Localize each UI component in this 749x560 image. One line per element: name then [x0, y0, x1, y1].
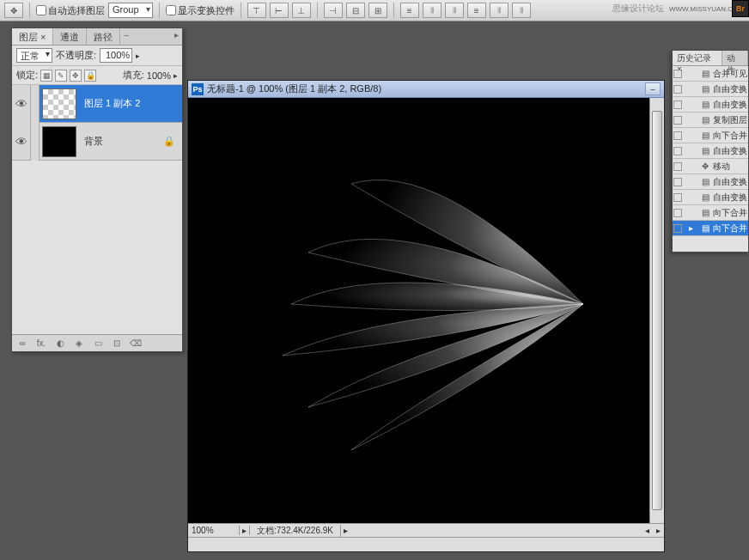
opacity-label: 不透明度: — [56, 49, 96, 62]
layer-name[interactable]: 背景 — [79, 135, 103, 148]
group-dropdown[interactable]: Group — [108, 3, 153, 18]
history-step-icon — [685, 115, 696, 125]
distribute-btn-5[interactable]: ⫴ — [490, 3, 508, 18]
align-btn-1[interactable]: ⊤ — [247, 3, 266, 18]
align-btn-2[interactable]: ⊢ — [270, 3, 289, 18]
history-snapshot-check[interactable] — [673, 162, 682, 171]
move-tool-icon[interactable]: ✥ — [4, 3, 23, 18]
lock-image-icon[interactable]: ✎ — [55, 70, 67, 82]
delete-layer-icon[interactable]: ⌫ — [128, 337, 143, 350]
history-action-icon: ▤ — [699, 207, 711, 219]
lock-position-icon[interactable]: ✥ — [70, 70, 82, 82]
visibility-eye-icon[interactable]: 👁 — [12, 85, 31, 123]
history-item-label: 自由变换 — [713, 83, 747, 95]
tab-channels[interactable]: 通道 — [53, 28, 87, 45]
opacity-input[interactable]: 100% — [100, 48, 132, 63]
show-transform-check[interactable] — [166, 5, 176, 15]
history-item[interactable]: ▤合并可见 — [673, 66, 748, 82]
layer-mask-icon[interactable]: ◐ — [52, 337, 68, 350]
link-layers-icon[interactable]: ∞ — [15, 337, 30, 350]
scrollbar-thumb[interactable] — [652, 111, 662, 510]
visibility-eye-icon[interactable]: 👁 — [12, 123, 31, 161]
auto-select-check[interactable] — [36, 5, 46, 15]
link-column[interactable] — [31, 123, 40, 161]
align-btn-3[interactable]: ⊥ — [292, 3, 311, 18]
history-item[interactable]: ▤自由变换 — [673, 174, 748, 190]
history-snapshot-check[interactable] — [673, 178, 682, 186]
window-minimize-icon[interactable]: – — [645, 82, 661, 95]
layer-name[interactable]: 图层 1 副本 2 — [79, 97, 140, 110]
history-step-icon — [685, 208, 696, 218]
history-action-icon: ▤ — [699, 192, 711, 204]
tab-actions[interactable]: 动作 — [722, 51, 748, 65]
panel-menu-icon[interactable]: ▸ — [171, 28, 182, 45]
history-snapshot-check[interactable] — [673, 116, 682, 125]
layer-row[interactable]: 👁 背景 🔒 — [12, 123, 182, 161]
history-item[interactable]: ▤向下合并 — [673, 128, 748, 143]
horizontal-scrollbar[interactable] — [188, 537, 664, 551]
link-column[interactable] — [31, 85, 40, 123]
history-item[interactable]: ▤自由变换 — [673, 82, 748, 97]
statusbar-arrow-icon[interactable]: ▸ — [240, 526, 250, 535]
layer-thumbnail[interactable] — [42, 88, 76, 119]
lock-transparency-icon[interactable]: ▦ — [40, 70, 52, 82]
history-item[interactable]: ▤向下合并 — [673, 205, 748, 221]
layer-thumbnail[interactable] — [42, 126, 76, 157]
document-titlebar[interactable]: Ps 无标题-1 @ 100% (图层 1 副本 2, RGB/8) – — [188, 81, 664, 98]
history-item[interactable]: ▤自由变换 — [673, 190, 748, 205]
history-item[interactable]: ▤复制图层 — [673, 113, 748, 128]
layer-row[interactable]: 👁 图层 1 副本 2 — [12, 85, 182, 123]
fill-input[interactable]: 100% — [147, 70, 171, 81]
history-snapshot-check[interactable] — [673, 224, 682, 233]
history-item-label: 合并可见 — [713, 68, 747, 80]
doc-filesize[interactable]: 文档:732.4K/226.9K — [250, 525, 341, 537]
canvas[interactable] — [188, 98, 649, 523]
lock-all-icon[interactable]: 🔒 — [84, 70, 96, 82]
adjustment-layer-icon[interactable]: ◈ — [71, 337, 87, 350]
history-snapshot-check[interactable] — [673, 209, 682, 217]
distribute-btn-1[interactable]: ≡ — [400, 3, 419, 18]
layer-group-icon[interactable]: ▭ — [90, 337, 106, 350]
show-transform-checkbox[interactable]: 显示变换控件 — [166, 4, 234, 17]
distribute-btn-6[interactable]: ⫴ — [512, 3, 531, 18]
history-snapshot-check[interactable] — [673, 85, 682, 94]
show-transform-label: 显示变换控件 — [178, 4, 234, 17]
history-snapshot-check[interactable] — [673, 100, 682, 109]
distribute-btn-3[interactable]: ⫴ — [445, 3, 464, 18]
history-item-label: 移动 — [713, 161, 730, 173]
statusbar-menu-icon[interactable]: ▸ — [341, 526, 350, 535]
align-btn-4[interactable]: ⊣ — [324, 3, 343, 18]
auto-select-checkbox[interactable]: 自动选择图层 — [36, 4, 105, 17]
new-layer-icon[interactable]: ⊡ — [109, 337, 125, 350]
history-item[interactable]: ✥移动 — [673, 159, 748, 174]
history-item-label: 自由变换 — [713, 99, 747, 111]
bridge-badge[interactable]: Br — [732, 0, 749, 17]
hscroll-right-icon[interactable]: ▸ — [653, 526, 664, 535]
history-item[interactable]: ▤自由变换 — [673, 143, 748, 159]
tab-history[interactable]: 历史记录 × — [673, 51, 722, 65]
document-title: 无标题-1 @ 100% (图层 1 副本 2, RGB/8) — [207, 82, 381, 95]
tab-layers[interactable]: 图层 × — [12, 28, 53, 45]
layer-fx-icon[interactable]: fx. — [33, 337, 49, 350]
zoom-level[interactable]: 100% — [188, 526, 240, 535]
opacity-arrow-icon[interactable]: ▸ — [136, 52, 140, 60]
history-snapshot-check[interactable] — [673, 131, 682, 140]
tab-paths[interactable]: 路径 — [87, 28, 120, 45]
history-snapshot-check[interactable] — [673, 70, 682, 78]
distribute-btn-4[interactable]: ≡ — [467, 3, 486, 18]
panel-minimize[interactable]: – — [120, 28, 132, 45]
align-btn-6[interactable]: ⊞ — [368, 3, 387, 18]
vertical-scrollbar[interactable] — [649, 98, 664, 523]
history-item[interactable]: ▸▤向下合并 — [673, 221, 748, 236]
history-snapshot-check[interactable] — [673, 193, 682, 202]
blend-mode-dropdown[interactable]: 正常 — [16, 48, 52, 63]
align-btn-5[interactable]: ⊟ — [346, 3, 365, 18]
history-step-icon — [685, 131, 696, 141]
fill-arrow-icon[interactable]: ▸ — [174, 71, 178, 80]
history-snapshot-check[interactable] — [673, 147, 682, 155]
history-action-icon: ▤ — [699, 83, 711, 95]
history-action-icon: ✥ — [699, 161, 711, 173]
history-item[interactable]: ▤自由变换 — [673, 97, 748, 113]
distribute-btn-2[interactable]: ⫴ — [423, 3, 441, 18]
hscroll-left-icon[interactable]: ◂ — [642, 526, 653, 535]
